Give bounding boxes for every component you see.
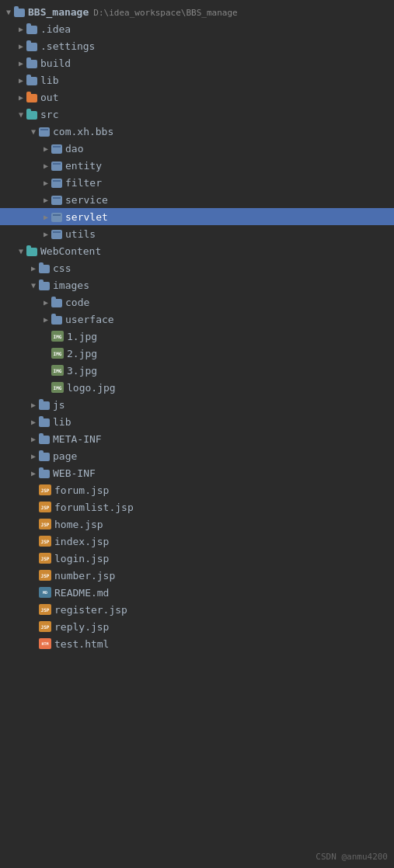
tree-item-label: logo.jpg	[67, 382, 388, 394]
tree-arrow[interactable]	[28, 127, 39, 136]
tree-item-1jpg[interactable]: IMG1.jpg	[0, 328, 394, 345]
tree-item-home_jsp[interactable]: JSPhome.jsp	[0, 516, 394, 533]
tree-item-label: css	[53, 262, 388, 274]
package-icon	[51, 212, 62, 221]
tree-item-settings[interactable]: .settings	[0, 37, 394, 54]
tree-item-service[interactable]: service	[0, 191, 394, 208]
tree-item-code[interactable]: code	[0, 293, 394, 311]
tree-item-filter[interactable]: filter	[0, 174, 394, 191]
tree-item-label: 3.jpg	[67, 365, 388, 377]
tree-item-2jpg[interactable]: IMG2.jpg	[0, 345, 394, 362]
tree-item-label: login.jsp	[54, 553, 388, 564]
tree-arrow[interactable]	[3, 8, 14, 16]
tree-item-forum_jsp[interactable]: JSPforum.jsp	[0, 481, 394, 498]
tree-item-number_jsp[interactable]: JSPnumber.jsp	[0, 567, 394, 584]
folder-icon	[26, 59, 37, 68]
tree-item-build[interactable]: build	[0, 54, 394, 71]
package-icon	[51, 144, 62, 153]
tree-item-utils[interactable]: utils	[0, 225, 394, 242]
tree-item-label: dao	[65, 143, 388, 155]
img-icon: IMG	[51, 382, 64, 393]
tree-item-entity[interactable]: entity	[0, 157, 394, 174]
tree-arrow[interactable]	[40, 144, 51, 153]
tree-item-servlet[interactable]: servlet	[0, 208, 394, 225]
tree-arrow[interactable]	[28, 418, 39, 426]
tree-item-login_jsp[interactable]: JSPlogin.jsp	[0, 550, 394, 567]
tree-item-label: code	[65, 297, 388, 308]
tree-arrow[interactable]	[40, 315, 51, 324]
tree-item-label: forum.jsp	[54, 484, 388, 496]
tree-item-meta_inf[interactable]: META-INF	[0, 430, 394, 447]
tree-item-label: README.md	[54, 587, 388, 599]
tree-arrow[interactable]	[40, 161, 51, 170]
tree-arrow[interactable]	[28, 264, 39, 273]
folder-icon	[26, 42, 37, 50]
tree-arrow[interactable]	[28, 435, 39, 443]
tree-item-forumlist_jsp[interactable]: JSPforumlist.jsp	[0, 498, 394, 516]
tree-arrow[interactable]	[40, 298, 51, 307]
tree-item-idea[interactable]: .idea	[0, 20, 394, 37]
tree-item-label: lib	[53, 416, 388, 428]
tree-item-label: build	[40, 57, 388, 69]
tree-item-label: WEB-INF	[53, 467, 388, 479]
tree-arrow[interactable]	[16, 59, 26, 68]
tree-arrow[interactable]	[16, 25, 26, 33]
tree-item-css[interactable]: css	[0, 259, 394, 276]
tree-item-page[interactable]: page	[0, 447, 394, 464]
img-icon: IMG	[51, 365, 64, 376]
tree-item-bbs_manage[interactable]: BBS_manageD:\idea_workspace\BBS_manage	[0, 3, 394, 20]
tree-item-com_xh_bbs[interactable]: com.xh.bbs	[0, 123, 394, 140]
tree-arrow[interactable]	[28, 401, 39, 409]
folder-icon	[14, 8, 25, 16]
jsp-icon: JSP	[39, 519, 51, 529]
tree-item-out[interactable]: out	[0, 89, 394, 106]
tree-item-web_inf[interactable]: WEB-INF	[0, 464, 394, 481]
tree-item-lib[interactable]: lib	[0, 71, 394, 89]
tree-item-reply_jsp[interactable]: JSPreply.jsp	[0, 618, 394, 635]
tree-item-label: register.jsp	[54, 604, 388, 616]
tree-item-label: entity	[65, 160, 388, 172]
tree-item-label: home.jsp	[54, 519, 388, 530]
tree-arrow[interactable]	[16, 247, 26, 255]
tree-arrow[interactable]	[16, 93, 26, 102]
tree-arrow[interactable]	[28, 281, 39, 290]
tree-item-index_jsp[interactable]: JSPindex.jsp	[0, 533, 394, 550]
tree-item-label: index.jsp	[54, 536, 388, 547]
folder-icon	[39, 281, 50, 290]
tree-item-label: 2.jpg	[67, 348, 388, 359]
tree-item-label: BBS_manageD:\idea_workspace\BBS_manage	[28, 6, 388, 18]
tree-item-images[interactable]: images	[0, 276, 394, 293]
tree-item-dao[interactable]: dao	[0, 140, 394, 157]
folder-icon	[51, 315, 62, 324]
tree-arrow[interactable]	[16, 42, 26, 50]
tree-item-js[interactable]: js	[0, 396, 394, 413]
tree-arrow[interactable]	[28, 452, 39, 460]
tree-item-logojpg[interactable]: IMGlogo.jpg	[0, 379, 394, 396]
folder-icon	[39, 418, 50, 426]
tree-item-src[interactable]: src	[0, 106, 394, 123]
folder-icon	[26, 25, 37, 33]
tree-arrow[interactable]	[28, 469, 39, 477]
tree-arrow[interactable]	[40, 196, 51, 204]
tree-arrow[interactable]	[40, 230, 51, 238]
tree-arrow[interactable]	[40, 213, 51, 221]
jsp-icon: JSP	[39, 536, 51, 547]
tree-item-webcontent[interactable]: WebContent	[0, 242, 394, 259]
jsp-icon: JSP	[39, 604, 51, 615]
folder-icon	[39, 401, 50, 409]
img-icon: IMG	[51, 331, 64, 342]
folder-icon	[39, 435, 50, 443]
tree-item-readme_md[interactable]: MDREADME.md	[0, 584, 394, 601]
tree-item-test_html[interactable]: HTMtest.html	[0, 635, 394, 652]
tree-item-label: js	[53, 399, 388, 411]
img-icon: IMG	[51, 348, 64, 359]
tree-item-register_jsp[interactable]: JSPregister.jsp	[0, 601, 394, 618]
tree-item-userface[interactable]: userface	[0, 311, 394, 328]
tree-arrow[interactable]	[16, 76, 26, 85]
tree-item-lib2[interactable]: lib	[0, 413, 394, 430]
tree-item-label: .settings	[40, 40, 388, 52]
tree-arrow[interactable]	[40, 179, 51, 187]
tree-item-label: filter	[65, 177, 388, 189]
tree-item-3jpg[interactable]: IMG3.jpg	[0, 362, 394, 379]
tree-arrow[interactable]	[16, 110, 26, 119]
